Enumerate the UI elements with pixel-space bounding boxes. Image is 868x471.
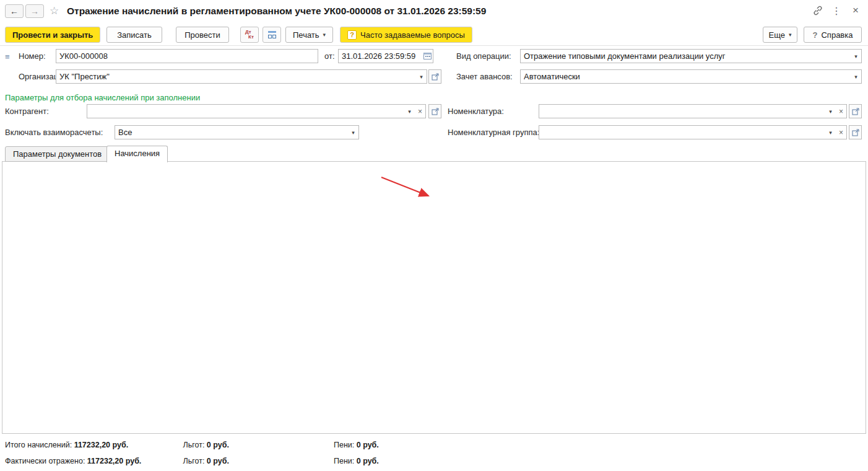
favorite-star-icon[interactable]: ☆ [50, 4, 59, 18]
peni-label-2: Пени: [334, 457, 354, 465]
chevron-down-icon[interactable]: ▾ [825, 108, 836, 115]
totals-row-1: Итого начислений: 117232,20 руб. Льгот: … [5, 438, 379, 452]
chevron-down-icon[interactable]: ▾ [404, 108, 415, 115]
post-button[interactable]: Провести [176, 27, 229, 43]
contractor-input[interactable]: ▾ × [87, 104, 426, 118]
reflected-value: 117232,20 руб. [87, 457, 142, 465]
kebab-menu-icon[interactable]: ⋮ [830, 5, 843, 17]
chevron-down-icon: ▾ [323, 32, 326, 38]
chevron-down-icon[interactable]: ▾ [851, 74, 861, 80]
structure-icon [267, 30, 277, 39]
tab-accruals[interactable]: Начисления [106, 146, 168, 162]
chevron-down-icon: ▾ [789, 32, 792, 38]
open-icon [432, 108, 439, 115]
date-input[interactable]: 31.01.2026 23:59:59 [338, 49, 433, 63]
peni-value: 0 руб. [357, 441, 379, 449]
help-question-icon: ? [813, 30, 818, 40]
close-icon[interactable]: × [849, 4, 862, 17]
advance-select[interactable]: Автоматически ▾ [520, 69, 862, 84]
tab-document-parameters[interactable]: Параметры документов [5, 146, 110, 162]
number-input[interactable]: УК00-000008 [56, 49, 318, 63]
post-and-close-button[interactable]: Провести и закрыть [5, 27, 100, 43]
total-accruals-label: Итого начислений: [5, 441, 72, 449]
open-icon [852, 129, 859, 136]
help-button[interactable]: ?Справка [804, 27, 862, 43]
benefit-value: 0 руб. [207, 441, 229, 449]
peni-value-2: 0 руб. [357, 457, 379, 465]
more-button[interactable]: Еще▾ [763, 27, 797, 43]
contractor-open-button[interactable] [428, 104, 441, 118]
benefit-label-2: Льгот: [183, 457, 204, 465]
nomenclature-group-input[interactable]: ▾ × [539, 125, 847, 139]
open-icon [852, 108, 859, 115]
benefit-value-2: 0 руб. [207, 457, 229, 465]
include-settlements-select[interactable]: Все ▾ [115, 125, 359, 139]
peni-label: Пени: [334, 441, 354, 449]
chevron-down-icon[interactable]: ▾ [825, 130, 836, 136]
get-link-icon[interactable] [812, 5, 823, 19]
nomenclature-group-open-button[interactable] [849, 125, 862, 139]
print-button[interactable]: Печать▾ [285, 27, 333, 43]
operation-label: Вид операции: [456, 49, 511, 63]
open-icon [432, 73, 439, 81]
contractor-label: Контрагент: [5, 104, 49, 118]
nomenclature-label: Номенклатура: [448, 104, 504, 118]
include-settlements-label: Включать взаиморасчеты: [5, 125, 103, 139]
forward-icon: → [30, 6, 39, 16]
organization-open-button[interactable] [428, 69, 441, 84]
chevron-down-icon[interactable]: ▾ [851, 53, 861, 59]
page-title: Отражение начислений в регламентированно… [67, 0, 486, 22]
faq-button[interactable]: ? Часто задаваемые вопросы [340, 27, 472, 43]
chevron-down-icon[interactable]: ▾ [348, 130, 358, 136]
main-toolbar: Провести и закрыть Записать Провести ДтК… [0, 25, 868, 46]
dtkt-button[interactable]: ДтКт [240, 27, 259, 43]
reflected-label: Фактически отражено: [5, 457, 85, 465]
annotation-arrow [371, 170, 446, 205]
totals-row-2: Фактически отражено: 117232,20 руб. Льго… [5, 454, 379, 469]
date-label: от: [324, 49, 335, 63]
nomenclature-group-label: Номенклатурная группа: [448, 125, 539, 139]
clear-icon[interactable]: × [836, 107, 846, 116]
forward-button[interactable]: → [25, 4, 44, 18]
back-icon: ← [10, 6, 19, 16]
advance-label: Зачет авансов: [456, 69, 513, 84]
total-accruals-value: 117232,20 руб. [74, 441, 129, 449]
number-label: Номер: [19, 49, 46, 63]
dtkt-icon: ДтКт [245, 30, 254, 40]
clear-icon[interactable]: × [415, 107, 425, 116]
operation-select[interactable]: Отражение типовыми документами реализаци… [520, 49, 862, 63]
clear-icon[interactable]: × [836, 128, 846, 137]
question-icon: ? [347, 30, 357, 40]
nomenclature-open-button[interactable] [849, 104, 862, 118]
back-button[interactable]: ← [5, 4, 24, 18]
write-button[interactable]: Записать [106, 27, 162, 43]
chevron-down-icon[interactable]: ▾ [416, 74, 427, 80]
filter-section-title: Параметры для отбора начислений при запо… [5, 92, 200, 103]
nomenclature-input[interactable]: ▾ × [539, 104, 847, 118]
structure-button[interactable] [263, 27, 281, 43]
organization-select[interactable]: УК "Престиж" ▾ [56, 69, 427, 84]
calendar-icon[interactable] [422, 52, 433, 61]
form-menu-icon[interactable]: ≡ [5, 52, 10, 61]
titlebar: ← → ☆ Отражение начислений в регламентир… [0, 0, 868, 22]
benefit-label: Льгот: [183, 441, 204, 449]
